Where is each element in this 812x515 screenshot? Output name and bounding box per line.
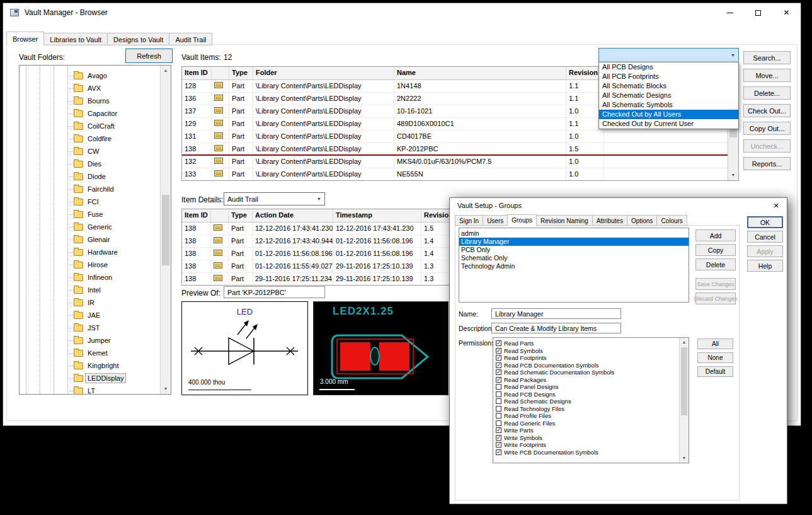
permission-item[interactable]: Read Profile Files [495, 412, 689, 420]
folder-tree-item[interactable]: LEDDisplay [20, 372, 160, 385]
checkbox-icon[interactable] [496, 398, 501, 404]
tab[interactable]: Designs to Vault [107, 33, 169, 45]
action-button[interactable]: Reports... [743, 157, 791, 170]
permission-item[interactable]: Read Footprints [495, 354, 689, 362]
folder-tree-item[interactable]: CoilCraft [20, 120, 160, 132]
dialog-tab[interactable]: Sign In [455, 215, 483, 226]
dialog-button[interactable]: Help [747, 260, 783, 272]
preview-name-field[interactable]: Part 'KP-2012PBC' [224, 286, 325, 298]
action-button[interactable]: Uncheck... [743, 139, 791, 153]
group-item[interactable]: Schematic Only [459, 254, 689, 262]
group-item[interactable]: Technology Admin [459, 262, 689, 270]
checkbox-icon[interactable] [496, 442, 501, 448]
folder-tree-item[interactable]: Glenair [20, 233, 160, 246]
checkbox-icon[interactable] [496, 377, 501, 383]
permission-item[interactable]: Read Panel Designs [495, 383, 689, 391]
column-header-revision[interactable]: Revision [421, 209, 452, 222]
folder-tree-item[interactable]: Hardware [20, 246, 160, 258]
dialog-tab[interactable]: Revision Naming [536, 215, 593, 226]
checkbox-icon[interactable] [496, 449, 501, 455]
dialog-button[interactable]: Cancel [747, 231, 783, 243]
dropdown-option[interactable]: All PCB Designs [599, 62, 738, 72]
checkbox-icon[interactable] [496, 384, 501, 390]
checkbox-icon[interactable] [496, 348, 501, 354]
tab[interactable]: Libraries to Vault [43, 33, 108, 45]
column-header-name[interactable]: Name [394, 67, 566, 79]
group-item[interactable]: admin [459, 229, 689, 238]
permission-set-button[interactable]: Default [697, 366, 733, 377]
checkbox-icon[interactable] [496, 420, 501, 426]
name-field[interactable]: Library Manager [491, 308, 621, 319]
folder-tree-item[interactable]: CW [20, 145, 160, 158]
permission-item[interactable]: Read Parts [495, 340, 689, 347]
folder-tree-item[interactable]: Avago [20, 69, 160, 82]
folder-tree-item[interactable]: Bourns [20, 95, 160, 107]
change-button[interactable]: Save Changes [695, 278, 736, 290]
filter-dropdown[interactable]: ▼ [598, 48, 739, 62]
folder-tree-item[interactable]: Fuse [20, 208, 160, 221]
table-row[interactable]: 132 Part \Library Content\Parts\LEDDispl… [182, 156, 728, 168]
action-button[interactable]: Move... [743, 69, 791, 82]
change-button[interactable]: Discard Changes [695, 292, 736, 304]
permission-item[interactable]: Read Symbols [495, 347, 689, 355]
group-action-button[interactable]: Delete [695, 258, 736, 270]
folder-tree-item[interactable]: Intel [20, 284, 160, 296]
checkbox-icon[interactable] [496, 355, 501, 361]
dropdown-option[interactable]: Checked Out by Current User [599, 119, 738, 129]
chevron-down-icon[interactable]: ▼ [161, 384, 171, 394]
group-action-button[interactable]: Add [695, 229, 736, 241]
column-header-timestamp[interactable]: Timestamp [333, 209, 421, 222]
dropdown-option[interactable]: All Schematic Blocks [599, 81, 738, 91]
permission-item[interactable]: Read Technology Files [495, 405, 689, 413]
table-row[interactable]: 138 Part \Library Content\Parts\LEDDispl… [182, 143, 728, 156]
titlebar[interactable]: Vault Manager - Browser ✕ [3, 3, 801, 22]
permission-item[interactable]: Read Schematic Documentation Symbols [495, 369, 689, 376]
folder-tree-item[interactable]: Hirose [20, 258, 160, 271]
folder-tree-item[interactable]: Kemet [20, 347, 160, 359]
folder-tree-item[interactable]: Coldfire [20, 132, 160, 145]
chevron-up-icon[interactable]: ▲ [161, 66, 171, 76]
group-item[interactable]: PCB Only [459, 246, 689, 254]
dialog-tab[interactable]: Users [483, 215, 508, 226]
checkbox-icon[interactable] [496, 435, 501, 441]
dialog-tab[interactable]: Options [627, 215, 657, 226]
action-button[interactable]: Check Out... [743, 104, 791, 117]
dialog-button[interactable]: OK [747, 216, 783, 228]
action-button[interactable]: Copy Out... [743, 122, 791, 135]
chevron-down-icon[interactable]: ▼ [728, 170, 738, 180]
close-icon[interactable]: ✕ [770, 200, 782, 211]
permission-item[interactable]: Read Packages [495, 376, 689, 384]
checkbox-icon[interactable] [496, 427, 501, 433]
folder-tree-item[interactable]: JST [20, 321, 160, 334]
folder-tree-item[interactable]: FCI [20, 195, 160, 208]
permission-set-button[interactable]: None [697, 352, 733, 363]
permission-item[interactable]: Write Footprints [495, 441, 689, 449]
checkbox-icon[interactable] [496, 369, 501, 375]
dialog-tab[interactable]: Colours [656, 215, 687, 226]
column-header-action-date[interactable]: Action Date [253, 209, 333, 222]
checkbox-icon[interactable] [496, 413, 501, 419]
permission-item[interactable]: Read PCB Documentation Symbols [495, 362, 689, 369]
folder-tree-item[interactable]: Diode [20, 170, 160, 183]
chevron-up-icon[interactable]: ▲ [680, 338, 689, 347]
dropdown-option[interactable]: All Schematic Designs [599, 91, 738, 100]
maximize-button[interactable] [744, 3, 772, 22]
permission-item[interactable]: Write Symbols [495, 434, 689, 442]
groups-list[interactable]: admin Library Manager PCB Only Schematic… [459, 228, 689, 303]
checkbox-icon[interactable] [496, 362, 501, 368]
refresh-button[interactable]: Refresh [125, 49, 173, 63]
dialog-button[interactable]: Apply [747, 245, 783, 257]
dropdown-option[interactable]: Checked Out by All Users [599, 110, 738, 119]
table-row[interactable]: 138 Part 01-12-2016 11:56:08.196 01-12-2… [182, 248, 452, 260]
column-header-item-id[interactable]: Item ID [182, 209, 211, 222]
tab[interactable]: Audit Trail [169, 33, 212, 45]
checkbox-icon[interactable] [496, 406, 501, 412]
folder-tree[interactable]: Avago AVX Bourns [19, 65, 171, 395]
tree-scrollbar[interactable]: ▲ ▼ [160, 66, 171, 394]
folder-tree-item[interactable]: Infineon [20, 271, 160, 284]
folder-tree-item[interactable]: Kingbright [20, 359, 160, 372]
table-row[interactable]: 138 Part 29-11-2016 17:25:11.234 29-11-2… [182, 273, 452, 285]
column-header-icon[interactable] [212, 67, 229, 79]
column-header-folder[interactable]: Folder [253, 67, 394, 79]
folder-tree-item[interactable]: Jumper [20, 334, 160, 347]
